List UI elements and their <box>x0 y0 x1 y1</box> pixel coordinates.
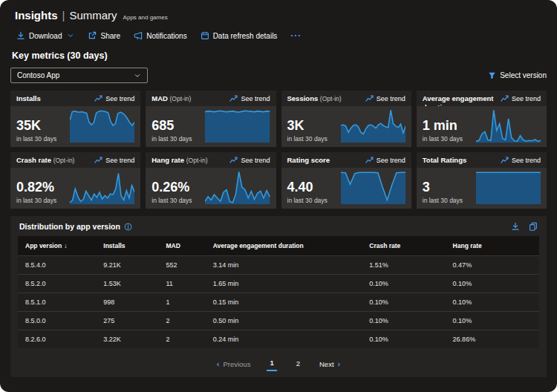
sparkline-container <box>341 170 405 204</box>
cell-mad: 1 <box>159 293 206 312</box>
sparkline-container <box>476 170 541 204</box>
cell-app-version: 8.5.1.0 <box>18 293 96 312</box>
see-trend-link[interactable]: See trend <box>229 94 270 102</box>
table-row[interactable]: 8.5.2.0 1.53K 11 1.65 min 0.10% 0.10% <box>18 275 539 293</box>
see-trend-link[interactable]: See trend <box>229 156 270 164</box>
kpi-block: 1 min in last 30 days <box>423 108 476 143</box>
page-button-1[interactable]: 1 <box>267 357 276 371</box>
card-optin-label: (Opt-in) <box>170 95 192 102</box>
page-header: Insights | Summary Apps and games <box>10 9 547 22</box>
download-button[interactable]: Download <box>16 31 74 40</box>
kpi-caption: in last 30 days <box>16 135 70 143</box>
card-header: Total Ratings See trend <box>417 152 547 168</box>
title-separator: | <box>62 9 65 22</box>
kpi-value: 3K <box>287 119 341 134</box>
see-trend-link[interactable]: See trend <box>501 156 541 164</box>
page-context-label: Apps and games <box>123 14 168 21</box>
sparkline-container <box>205 170 270 204</box>
controls-row: Contoso App Select version <box>10 68 547 83</box>
see-trend-label: See trend <box>105 95 134 102</box>
see-trend-label: See trend <box>241 157 270 164</box>
column-header-mad[interactable]: MAD <box>159 236 206 256</box>
card-body: 3K in last 30 days <box>281 106 411 147</box>
card-header: Sessions (Opt-in) See trend <box>281 91 411 106</box>
table-header-row: App version↓ Installs MAD Average engage… <box>18 236 539 256</box>
kpi-caption: in last 30 days <box>287 197 341 204</box>
cell-crash-rate: 1.51% <box>362 256 445 275</box>
card-body: 0.82% in last 30 days <box>10 168 140 209</box>
trend-icon <box>501 94 509 102</box>
trend-icon <box>365 156 374 164</box>
next-page-button[interactable]: Next › <box>319 360 340 368</box>
cell-hang-rate: 0.10% <box>446 275 539 293</box>
chevron-down-icon <box>134 72 141 79</box>
previous-label: Previous <box>223 360 250 368</box>
more-options-button[interactable]: ··· <box>290 30 302 41</box>
cell-installs: 275 <box>96 312 158 330</box>
metric-card-crash-rate: Crash rate (Opt-in) See trend 0.82% in l… <box>10 152 140 209</box>
metric-card-avg-engagement: Average engagement duration See trend 1 … <box>417 91 547 147</box>
cell-avg-engagement: 0.50 min <box>206 312 362 330</box>
table-row[interactable]: 8.5.1.0 998 1 0.15 min 0.10% 0.10% <box>18 293 539 312</box>
kpi-block: 685 in last 30 days <box>152 108 205 143</box>
previous-page-button[interactable]: ‹ Previous <box>217 360 251 368</box>
more-icon: ··· <box>290 30 302 41</box>
cell-installs: 9.21K <box>96 256 158 275</box>
share-button[interactable]: Share <box>88 31 120 40</box>
notifications-label: Notifications <box>146 32 186 40</box>
sparkline-container <box>70 108 134 143</box>
see-trend-label: See trend <box>512 157 541 164</box>
calendar-icon <box>201 31 209 40</box>
metric-card-total-ratings: Total Ratings See trend 3 in last 30 day… <box>417 152 547 209</box>
select-version-button[interactable]: Select version <box>488 71 547 79</box>
table-row[interactable]: 8.5.4.0 9.21K 552 3.14 min 1.51% 0.47% <box>18 256 539 275</box>
see-trend-link[interactable]: See trend <box>94 94 134 102</box>
card-title-text: Rating score <box>287 156 330 164</box>
column-header-app-version[interactable]: App version↓ <box>18 236 96 256</box>
share-icon <box>88 31 97 40</box>
card-title-text: Hang rate <box>152 156 184 164</box>
distribution-title-text: Distribution by app version <box>19 222 120 231</box>
see-trend-link[interactable]: See trend <box>365 94 405 102</box>
cell-mad: 552 <box>159 256 206 275</box>
card-optin-label: (Opt-in) <box>186 157 208 164</box>
table-row[interactable]: 8.5.0.0 275 2 0.50 min 0.10% 0.10% <box>18 312 539 330</box>
distribution-title: Distribution by app version <box>19 222 132 231</box>
column-header-avg-engagement[interactable]: Average engagement duration <box>206 236 362 256</box>
column-header-installs[interactable]: Installs <box>96 236 158 256</box>
column-header-crash-rate[interactable]: Crash rate <box>362 236 445 256</box>
table-download-button[interactable] <box>511 222 520 231</box>
see-trend-link[interactable]: See trend <box>501 94 541 102</box>
see-trend-link[interactable]: See trend <box>94 156 134 164</box>
chevron-down-icon <box>67 32 74 39</box>
metric-card-mad: MAD (Opt-in) See trend 685 in last 30 da… <box>146 91 276 147</box>
kpi-block: 3K in last 30 days <box>287 108 341 143</box>
kpi-caption: in last 30 days <box>423 135 476 143</box>
megaphone-icon <box>134 31 143 40</box>
card-body: 1 min in last 30 days <box>417 106 547 147</box>
see-trend-label: See trend <box>105 157 134 164</box>
see-trend-link[interactable]: See trend <box>365 156 405 164</box>
data-refresh-details-button[interactable]: Data refresh details <box>201 31 278 40</box>
table-row[interactable]: 8.2.6.0 3.22K 2 0.24 min 0.10% 26.86% <box>18 330 539 349</box>
page-title: Insights <box>15 9 58 22</box>
cell-hang-rate: 26.86% <box>446 330 539 349</box>
sort-down-icon: ↓ <box>64 242 67 249</box>
cell-mad: 2 <box>159 312 206 330</box>
kpi-block: 35K in last 30 days <box>16 108 70 143</box>
card-body: 4.40 in last 30 days <box>281 168 411 209</box>
kpi-value: 0.82% <box>16 180 70 195</box>
page-button-2[interactable]: 2 <box>293 358 303 370</box>
column-header-hang-rate[interactable]: Hang rate <box>446 236 539 256</box>
page-subtitle: Summary <box>69 9 117 22</box>
table-copy-button[interactable] <box>529 222 538 231</box>
card-title: Sessions (Opt-in) <box>287 94 342 103</box>
card-body: 3 in last 30 days <box>417 168 547 209</box>
pagination: ‹ Previous 1 2 Next › <box>10 357 547 371</box>
notifications-button[interactable]: Notifications <box>134 31 186 40</box>
app-selector-dropdown[interactable]: Contoso App <box>10 68 148 83</box>
info-icon[interactable] <box>124 223 132 231</box>
share-label: Share <box>100 32 120 40</box>
kpi-value: 0.26% <box>152 180 205 195</box>
sparkline-container <box>70 170 134 204</box>
